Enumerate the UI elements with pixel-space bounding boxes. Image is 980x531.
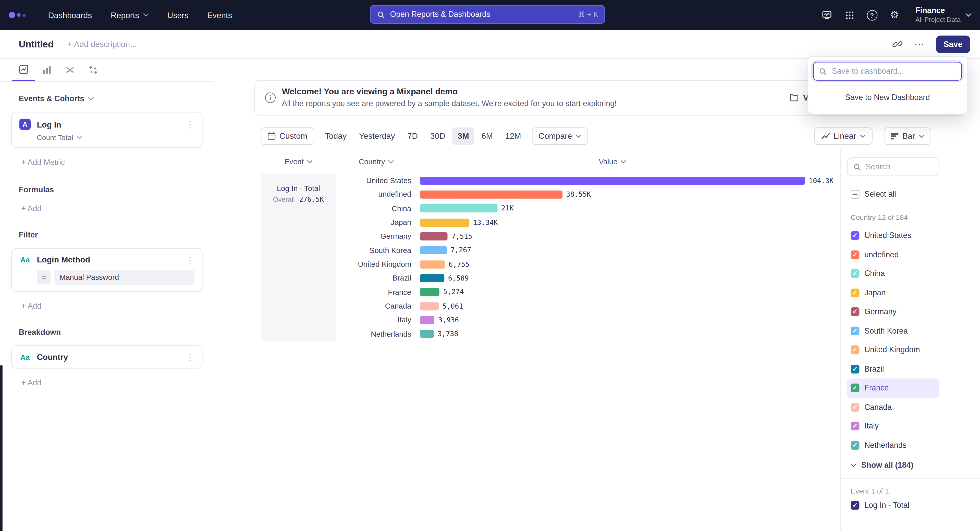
bar-country-label[interactable]: United Kingdom [341,260,411,269]
event-total-cell[interactable]: Log In - Total Overall 276.5K [261,174,336,341]
bar-country-label[interactable]: Canada [341,302,411,311]
copy-link-icon[interactable] [892,39,903,49]
kebab-menu-icon[interactable]: ⋮ [186,352,194,361]
banner-action-button[interactable]: V [789,81,808,115]
range-30d[interactable]: 30D [425,127,451,144]
legend-checkbox[interactable]: ✓ [851,346,859,354]
bar[interactable] [420,260,445,268]
settings-gear-icon[interactable]: ⚙ [889,10,900,21]
legend-checkbox[interactable]: ✓ [851,422,859,431]
apps-grid-icon[interactable] [844,10,855,21]
legend-item[interactable]: ✓ undefined [847,245,939,264]
nav-item-dashboards[interactable]: Dashboards [48,10,92,20]
legend-checkbox[interactable]: ✓ [851,441,859,449]
legend-checkbox[interactable]: ✓ [851,250,859,259]
legend-checkbox[interactable]: ✓ [851,288,859,297]
project-switcher[interactable]: Finance All Project Data [915,6,971,24]
bar[interactable] [420,330,434,338]
nav-item-reports[interactable]: Reports [111,10,148,20]
bar-country-label[interactable]: Brazil [341,274,411,282]
bar-country-label[interactable]: Japan [341,218,411,227]
bar[interactable] [420,218,469,227]
system-status-icon[interactable] [821,10,832,21]
more-options-icon[interactable]: ⋯ [914,38,925,50]
filter-card[interactable]: Aa Login Method ⋮ = Manual Password [11,248,202,292]
legend-item[interactable]: ✓ Italy [847,417,939,436]
range-yesterday[interactable]: Yesterday [353,127,401,144]
metric-card[interactable]: A Log In ⋮ Count Total [11,112,202,148]
bar-country-label[interactable]: Netherlands [341,330,411,338]
legend-checkbox[interactable]: ✓ [851,365,859,373]
value-column-header[interactable]: Value [420,157,805,166]
add-breakdown-button[interactable]: + Add [21,379,213,387]
bar-country-label[interactable]: Italy [341,316,411,324]
bar-country-label[interactable]: South Korea [341,246,411,255]
help-icon[interactable]: ? [867,10,877,21]
legend-item[interactable]: ✓ Japan [847,283,939,303]
line-style-selector[interactable]: Linear [814,127,872,144]
range-6m[interactable]: 6M [476,127,498,144]
select-all-checkbox[interactable] [851,190,859,198]
aggregation-selector[interactable]: Count Total [37,134,194,141]
legend-checkbox[interactable]: ✓ [851,231,859,240]
legend-item[interactable]: ✓ Germany [847,302,939,321]
bar[interactable] [420,204,498,213]
bar-country-label[interactable]: undefined [341,190,411,199]
range-today[interactable]: Today [319,127,352,144]
select-all-row[interactable]: Select all [847,190,980,198]
bar[interactable] [420,246,447,255]
event-legend-item[interactable]: ✓ Log In - Total [847,501,980,510]
bar-country-label[interactable]: United States [341,176,411,185]
event-legend-checkbox[interactable]: ✓ [851,501,859,510]
legend-item[interactable]: ✓ United States [847,226,939,245]
kebab-menu-icon[interactable]: ⋮ [186,255,194,264]
legend-checkbox[interactable]: ✓ [851,403,859,411]
legend-item[interactable]: ✓ South Korea [847,321,939,341]
nav-item-events[interactable]: Events [207,10,232,20]
bar[interactable] [420,274,444,282]
range-3m[interactable]: 3M [452,127,474,144]
bar[interactable] [420,288,439,296]
add-metric-button[interactable]: + Add Metric [21,158,213,167]
events-cohorts-section-header[interactable]: Events & Cohorts [19,94,213,103]
save-dashboard-input[interactable] [831,66,956,76]
range-12m[interactable]: 12M [500,127,527,144]
bar[interactable] [420,176,805,185]
legend-item[interactable]: ✓ United Kingdom [847,341,939,360]
bar[interactable] [420,232,448,241]
legend-search[interactable]: Search [847,157,939,176]
custom-date-button[interactable]: Custom [261,127,314,144]
tab-funnels[interactable] [35,59,58,81]
report-title[interactable]: Untitled [19,39,54,49]
show-all-button[interactable]: Show all (184) [851,461,980,469]
tab-insights[interactable] [12,59,35,81]
filter-operator[interactable]: = [37,270,51,284]
save-dashboard-search[interactable] [813,62,962,80]
kebab-menu-icon[interactable]: ⋮ [186,120,194,128]
country-column-header[interactable]: Country [341,157,411,166]
legend-checkbox[interactable]: ✓ [851,269,859,278]
tab-flows[interactable] [58,59,81,81]
tab-retention[interactable] [81,59,104,81]
bar-country-label[interactable]: Germany [341,232,411,241]
legend-checkbox[interactable]: ✓ [851,384,859,392]
filter-value-input[interactable]: Manual Password [54,270,194,285]
save-to-new-dashboard-item[interactable]: Save to New Dashboard [813,86,962,109]
event-column-header[interactable]: Event [261,157,336,166]
add-description-placeholder[interactable]: + Add description... [67,39,137,49]
bar[interactable] [420,190,563,199]
breakdown-card[interactable]: Aa Country ⋮ [11,346,202,369]
chart-type-selector[interactable]: Bar [883,127,931,144]
legend-item[interactable]: ✓ Brazil [847,359,939,379]
add-filter-button[interactable]: + Add [21,302,213,311]
legend-checkbox[interactable]: ✓ [851,327,859,335]
bar[interactable] [420,316,434,324]
range-7d[interactable]: 7D [402,127,423,144]
bar-country-label[interactable]: France [341,288,411,296]
legend-item[interactable]: ✓ Canada [847,398,939,417]
legend-item[interactable]: ✓ Netherlands [847,436,939,455]
bar-country-label[interactable]: China [341,204,411,213]
nav-item-users[interactable]: Users [167,10,188,20]
bar[interactable] [420,302,439,310]
add-formula-button[interactable]: + Add [21,204,213,213]
